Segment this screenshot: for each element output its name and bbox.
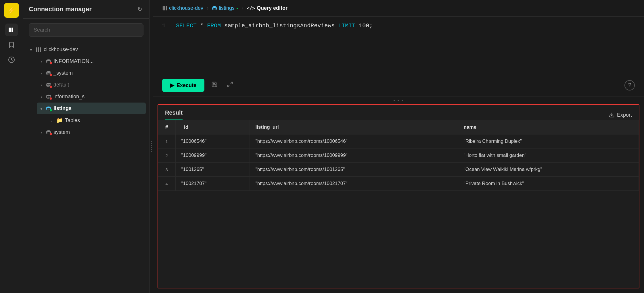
query-line-1: 1 SELECT * FROM sample_airbnb_listingsAn…	[162, 22, 635, 29]
cell-name: "Horto flat with small garden"	[458, 149, 639, 163]
tree-item-information-s[interactable]: › information_s...	[37, 91, 146, 103]
search-input[interactable]	[29, 23, 143, 37]
tree-label-default: default	[53, 82, 69, 88]
cell-name: "Ribeira Charming Duplex"	[458, 134, 639, 149]
main-content: clickhouse-dev › listings ● › </> Query …	[153, 0, 644, 293]
result-panel: Result Export # _id listing_url name	[158, 104, 639, 288]
breadcrumb-db-label: listings	[219, 5, 235, 11]
chevron-right-icon: ›	[39, 95, 44, 99]
search-box	[29, 23, 143, 37]
cell-num: 3	[158, 163, 175, 177]
status-dot-red	[49, 133, 52, 136]
status-dot-red	[49, 74, 52, 76]
history-button[interactable]	[5, 53, 18, 66]
breadcrumb-sep-2: ›	[241, 5, 243, 11]
cell-id: "10021707"	[175, 177, 250, 191]
cell-id: "10006546"	[175, 134, 250, 149]
listings-children: › 📁 Tables	[37, 114, 146, 126]
connections-icon	[8, 26, 15, 33]
breadcrumb-db[interactable]: listings ●	[212, 5, 238, 11]
refresh-button[interactable]: ↻	[136, 5, 143, 14]
db-icon-information-s	[46, 94, 51, 99]
query-content-1: SELECT * FROM sample_airbnb_listingsAndR…	[176, 22, 373, 29]
svg-point-9	[47, 83, 51, 84]
table-header-row: # _id listing_url name	[158, 120, 639, 134]
save-icon	[211, 81, 218, 88]
sidebar-title: Connection manager	[29, 5, 92, 13]
tree-item-tables[interactable]: › 📁 Tables	[47, 114, 146, 126]
export-button[interactable]: Export	[609, 112, 632, 118]
sql-table: sample_airbnb_listingsAndReviews	[224, 22, 338, 29]
tree-item-default[interactable]: › default	[37, 79, 146, 91]
folder-icon: 📁	[56, 117, 63, 124]
tree-item-system[interactable]: › system	[37, 126, 146, 138]
execute-label: Execute	[177, 82, 196, 88]
sidebar-resize-handle[interactable]	[150, 0, 153, 293]
sql-select: SELECT	[176, 22, 197, 29]
fullscreen-button[interactable]	[225, 79, 235, 92]
svg-rect-6	[40, 47, 41, 52]
cell-url: "https://www.airbnb.com/rooms/10021707"	[250, 177, 458, 191]
db-icon-information	[46, 59, 51, 64]
tree-item-listings[interactable]: ▼ listings	[37, 103, 146, 114]
execute-button[interactable]: ▶ Execute	[162, 79, 204, 92]
breadcrumb-connection-label: clickhouse-dev	[169, 5, 203, 11]
connection-tree: ▼ clickhouse-dev › INFORMATION... ›	[23, 41, 149, 293]
db-icon-default	[46, 82, 51, 88]
sql-limit: LIMIT	[338, 22, 355, 29]
logo-button[interactable]: ⚡	[4, 3, 19, 18]
cell-url: "https://www.airbnb.com/rooms/1001265"	[250, 163, 458, 177]
svg-point-7	[47, 59, 51, 61]
table-row: 1 "10006546" "https://www.airbnb.com/roo…	[158, 134, 639, 149]
svg-rect-14	[164, 6, 165, 10]
sidebar-header: Connection manager ↻	[23, 0, 149, 19]
svg-rect-0	[9, 28, 10, 32]
bookmark-icon	[8, 41, 15, 48]
result-table-wrap: # _id listing_url name 1 "10006546" "htt…	[158, 120, 639, 288]
table-row: 2 "10009999" "https://www.airbnb.com/roo…	[158, 149, 639, 163]
chevron-right-icon: ›	[49, 118, 54, 123]
tree-label-information: INFORMATION...	[53, 58, 94, 64]
cell-url: "https://www.airbnb.com/rooms/10009999"	[250, 149, 458, 163]
tree-item-information[interactable]: › INFORMATION...	[37, 55, 146, 67]
chevron-down-icon: ▼	[29, 47, 33, 52]
col-header-url: listing_url	[250, 120, 458, 134]
panel-resize-handle[interactable]: • • •	[153, 97, 644, 104]
sidebar: Connection manager ↻ ▼ clickhouse-dev › …	[23, 0, 150, 293]
tree-item-system-under[interactable]: › _system	[37, 67, 146, 79]
toolbar: ▶ Execute ?	[153, 74, 644, 97]
export-icon	[609, 112, 615, 118]
svg-rect-2	[12, 28, 13, 32]
cell-id: "10009999"	[175, 149, 250, 163]
drag-dots-icon: • • •	[393, 98, 404, 103]
query-editor[interactable]: 1 SELECT * FROM sample_airbnb_listingsAn…	[153, 17, 644, 74]
result-header: Result Export	[158, 105, 639, 120]
db-breadcrumb-icon-2	[212, 6, 217, 11]
breadcrumb-connection[interactable]: clickhouse-dev	[162, 5, 203, 11]
table-row: 3 "1001265" "https://www.airbnb.com/room…	[158, 163, 639, 177]
svg-rect-4	[36, 47, 37, 52]
chevron-right-icon: ›	[39, 59, 44, 64]
bookmark-button[interactable]	[5, 38, 18, 51]
breadcrumb-editor-label: Query editor	[257, 5, 288, 11]
save-query-button[interactable]	[209, 79, 220, 92]
logo-icon: ⚡	[7, 6, 16, 14]
connections-button[interactable]	[5, 24, 18, 36]
tree-root-clickhouse-dev[interactable]: ▼ clickhouse-dev	[26, 44, 146, 55]
status-dot-red	[49, 97, 52, 100]
cell-id: "1001265"	[175, 163, 250, 177]
export-label: Export	[617, 112, 632, 118]
svg-rect-15	[166, 6, 167, 10]
breadcrumb-sep-1: ›	[207, 5, 208, 11]
help-button[interactable]: ?	[624, 80, 635, 90]
svg-rect-5	[38, 47, 39, 52]
tree-children: › INFORMATION... › _system ›	[26, 55, 146, 138]
line-number-1: 1	[162, 22, 169, 29]
db-breadcrumb-icon	[162, 6, 167, 11]
status-dot-red	[49, 62, 52, 65]
svg-point-10	[47, 95, 51, 96]
col-header-name: name	[458, 120, 639, 134]
svg-point-8	[47, 71, 51, 72]
db-icon-clickhouse	[36, 47, 41, 53]
cell-num: 2	[158, 149, 175, 163]
